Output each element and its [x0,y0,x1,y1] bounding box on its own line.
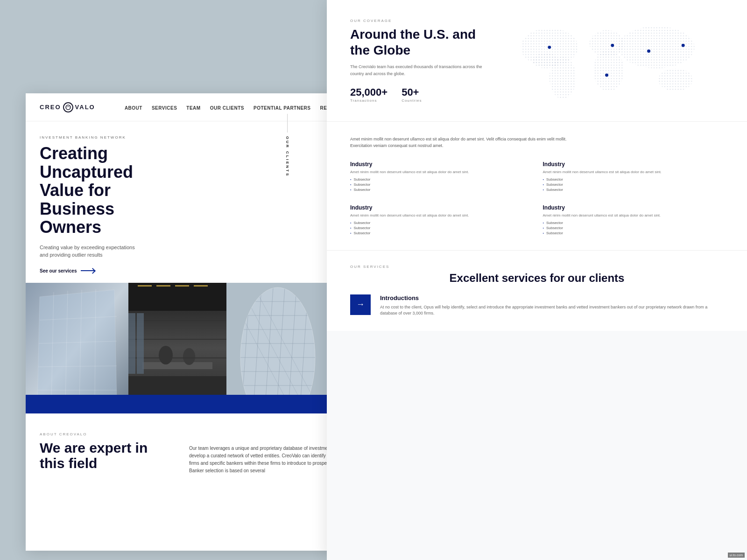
our-clients-section: OUR CLIENTS [278,114,296,177]
svg-marker-2 [37,290,117,404]
industry-item-4: Industry Amet nirim mollit non deserunt … [543,204,724,236]
subsector-4-3: Subsector [543,231,724,235]
world-map [509,19,724,103]
subsector-3-3: Subsector [350,231,531,235]
industry-item-1: Industry Amet ninim mollit non deserunt … [350,161,531,193]
logo-text-left: CREO [40,104,61,111]
svg-rect-25 [128,313,135,374]
map-dot-middleeast [647,49,650,53]
stat-countries-number: 50+ [402,86,422,98]
coverage-title: Around the U.S. and the Globe [350,27,490,58]
hero-image-3-svg [226,283,329,413]
svg-point-21 [183,348,195,365]
industry-desc-4: Amet nirim mollit non deserunt ullamco e… [543,213,724,218]
subsector-1-2: Subsector [350,182,531,187]
subsectors-3: Subsector Subsector Subsector [350,221,531,235]
cta-arrow-icon [81,270,95,271]
subsector-1-3: Subsector [350,188,531,192]
map-dot-usa [548,45,551,49]
subsectors-1: Subsector Subsector Subsector [350,177,531,192]
subsector-3-2: Subsector [350,226,531,230]
arrow-icon: → [356,300,365,309]
map-dot-europe [611,43,614,47]
nav-item-partners[interactable]: POTENTIAL PARTNERS [254,103,311,112]
service-intro-button[interactable]: → [350,294,371,315]
svg-rect-13 [128,283,226,311]
stat-transactions-number: 25,000+ [350,86,388,98]
industry-desc-1: Amet ninim mollit non deserunt ullamco e… [350,169,531,175]
excellent-title: Excellent services for our clients [350,272,724,285]
svg-point-0 [66,105,70,110]
logo-text-right: VALO [75,104,95,111]
right-panel: OUR COVERAGE Around the U.S. and the Glo… [327,0,747,560]
svg-rect-17 [194,285,208,287]
subsector-4-2: Subsector [543,226,724,230]
svg-rect-19 [142,362,212,369]
coverage-stats: 25,000+ Transactions 50+ Countries [350,86,490,103]
nav-link-partners[interactable]: POTENTIAL PARTNERS [254,105,311,111]
logo-icon [63,102,73,112]
svg-rect-27 [128,395,226,413]
nav-link-clients[interactable]: OUR CLIENTS [210,105,244,111]
logo[interactable]: CREO VALO [40,102,95,112]
nav-item-about[interactable]: ABOUT [125,103,142,112]
watermark: ui.to.com [728,553,745,558]
svg-rect-11 [26,395,128,413]
hero-image-1-svg [26,283,128,413]
nav-link-services[interactable]: SERVICES [152,105,177,111]
subsector-1-1: Subsector [350,177,531,182]
subsector-2-3: Subsector [543,188,724,192]
subsector-2-1: Subsector [543,177,724,182]
coverage-desc: The CreoValo team has executed thousands… [350,63,490,77]
nav-link-team[interactable]: TEAM [186,105,200,111]
map-dot-africa [605,73,608,77]
hero-image-1 [26,283,128,413]
hero-title: Creating Uncaptured Value for Business O… [40,144,180,237]
industry-item-2: Industry Amet ninim mollit non deserunt … [543,161,724,193]
hero-image-3 [226,283,329,413]
subsectors-2: Subsector Subsector Subsector [543,177,724,192]
separator-line [287,114,288,133]
svg-point-20 [159,346,173,364]
nav-link-about[interactable]: ABOUT [125,105,142,111]
svg-point-52 [550,57,576,99]
svg-rect-16 [175,285,189,287]
services-section: Amet minim mollit non deserunt ullamco e… [327,122,747,250]
service-card: → Introductions At no cost to the client… [350,294,724,317]
cta-text: See our services [40,268,77,273]
subsector-3-1: Subsector [350,221,531,225]
nav-item-services[interactable]: SERVICES [152,103,177,112]
service-content: Introductions At no cost to the client, … [380,294,724,317]
map-dot-asia [681,43,685,47]
world-map-svg [509,19,724,103]
our-clients-label: OUR CLIENTS [285,136,289,177]
coverage-label: OUR COVERAGE [350,19,490,23]
excellent-services-section: OUR SERVICES Excellent services for our … [327,250,747,331]
hero-subtitle: Creating value by exceeding expectations… [40,244,142,259]
industry-title-4: Industry [543,204,724,211]
industry-desc-2: Amet ninim mollit non deserunt ullamco e… [543,169,724,175]
hero-image-2-svg [128,283,226,413]
subsector-4-1: Subsector [543,221,724,225]
services-intro: Amet minim mollit non deserunt ullamco e… [350,136,584,149]
stat-countries: 50+ Countries [402,86,422,103]
stat-transactions: 25,000+ Transactions [350,86,388,103]
service-desc: At no cost to the client, Opus will help… [380,304,724,317]
about-title: We are expert in this field [40,440,170,471]
service-title: Introductions [380,294,724,301]
nav-item-clients[interactable]: OUR CLIENTS [210,103,244,112]
subsector-2-2: Subsector [543,182,724,187]
svg-rect-15 [156,285,170,287]
industry-title-3: Industry [350,204,531,211]
coverage-text: OUR COVERAGE Around the U.S. and the Glo… [350,19,490,103]
industry-title-1: Industry [350,161,531,168]
svg-rect-26 [137,313,144,374]
excellent-label: OUR SERVICES [350,265,724,269]
nav-item-team[interactable]: TEAM [186,103,200,112]
svg-point-56 [658,68,693,91]
industry-desc-3: Amet ninim mollit non deserunt ullamco e… [350,213,531,218]
coverage-section: OUR COVERAGE Around the U.S. and the Glo… [327,0,747,122]
svg-rect-14 [138,285,152,287]
svg-point-54 [593,49,624,91]
subsectors-4: Subsector Subsector Subsector [543,221,724,235]
